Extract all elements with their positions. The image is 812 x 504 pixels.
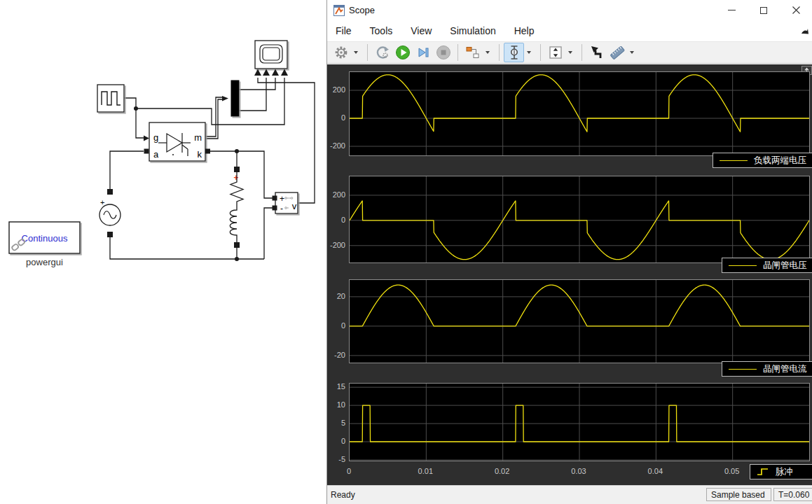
y-tick-label: -20 <box>327 351 345 359</box>
rlc-top-port[interactable] <box>234 167 240 172</box>
settings-gear-button[interactable] <box>331 43 351 62</box>
toolbar-separator <box>499 44 500 61</box>
wire-demux-out1-to-scope3 <box>239 78 275 90</box>
voltage-measurement-block[interactable]: + - v <box>273 192 298 214</box>
x-tick-label: 0 <box>336 467 362 475</box>
close-icon <box>792 6 800 14</box>
wire-source-to-anode <box>110 151 144 189</box>
minimize-button[interactable] <box>715 0 748 20</box>
rlc-polarity-plus: + <box>233 173 238 183</box>
desktop: { "window": { "title": "Scope", "menu": … <box>0 0 812 504</box>
powergui-block[interactable]: Continuous powergui <box>9 222 80 267</box>
y-tick-label: 0 <box>327 113 345 122</box>
measurements-ruler-dropdown-arrow[interactable] <box>630 51 634 54</box>
span-axes-button[interactable] <box>545 43 565 62</box>
port-label-k: k <box>198 149 202 160</box>
legend-load-voltage[interactable]: 负载两端电压 <box>713 153 812 168</box>
x-tick-label: 0.04 <box>642 467 668 475</box>
trigger-button[interactable] <box>504 43 524 62</box>
y-tick-label: 200 <box>327 190 345 199</box>
legend-line-sample <box>729 369 757 370</box>
menu-simulation[interactable]: Simulation <box>450 25 495 36</box>
stop-button[interactable] <box>433 43 453 62</box>
maximize-button[interactable] <box>748 0 780 20</box>
anode-port[interactable] <box>144 149 149 154</box>
scope-plot-gate-pulse <box>349 383 810 461</box>
y-tick-label: 200 <box>327 85 345 94</box>
scope-display-area: 2000-200负载两端电压2000-200晶闸管电压200-20晶闸管电流15… <box>327 64 812 486</box>
scope-plot-load-voltage <box>349 71 810 156</box>
signal-wires <box>110 78 315 259</box>
scope-input-ports[interactable] <box>254 69 288 76</box>
y-tick-label: -200 <box>327 241 345 249</box>
y-tick-label: -5 <box>327 455 345 463</box>
menu-help[interactable]: Help <box>514 25 535 36</box>
series-rlc-branch-block[interactable]: + <box>230 167 243 248</box>
demux-block[interactable] <box>231 80 239 116</box>
legend-thyristor-current[interactable]: 晶闸管电流 <box>722 361 812 377</box>
legend-gate-pulse[interactable]: 脉冲 <box>750 464 812 479</box>
window-title: Scope <box>349 5 375 15</box>
y-tick-label: 10 <box>327 400 345 409</box>
legend-label: 晶闸管电流 <box>763 363 807 375</box>
span-axes-dropdown-arrow[interactable] <box>568 51 572 54</box>
simulation-config-dropdown-arrow[interactable] <box>486 51 490 54</box>
powergui-name-label: powergui <box>26 257 63 267</box>
status-sample-mode: Sample based <box>706 488 771 501</box>
step-forward-button[interactable] <box>413 43 433 62</box>
ac-voltage-source-block[interactable]: + <box>99 189 121 237</box>
vm-minus-port[interactable] <box>273 206 277 211</box>
y-tick-label: 20 <box>327 292 345 300</box>
menu-view[interactable]: View <box>411 25 432 36</box>
y-tick-label: 0 <box>327 437 345 445</box>
signal-arrow-button[interactable] <box>586 43 607 62</box>
port-label-a: a <box>153 149 159 160</box>
source-bottom-port[interactable] <box>107 232 113 237</box>
title-bar[interactable]: Scope <box>327 0 812 20</box>
source-plus-sign: + <box>100 198 104 206</box>
simulation-config-button[interactable] <box>462 43 483 62</box>
legend-thyristor-voltage[interactable]: 晶闸管电压 <box>722 258 812 273</box>
cathode-port[interactable] <box>205 149 210 154</box>
wire-cathode-to-vm-plus <box>210 151 273 198</box>
port-label-m: m <box>194 132 202 143</box>
toolbar-separator <box>540 44 541 61</box>
toolbar-separator <box>457 44 458 61</box>
scope-block[interactable] <box>254 41 288 76</box>
legend-line-sample <box>720 160 748 161</box>
wire-bottom-rail <box>110 237 264 259</box>
y-tick-label: 0 <box>327 216 345 224</box>
scope-window: Scope FileToolsViewSimulationHelp 2000-2… <box>326 0 812 504</box>
wire-pulse-to-scope4 <box>136 78 284 125</box>
thyristor-block[interactable]: g a m k <box>144 122 211 161</box>
dock-arrow-icon[interactable] <box>801 26 809 37</box>
legend-line-sample <box>729 265 757 266</box>
source-top-port[interactable] <box>107 189 113 195</box>
legend-label: 晶闸管电压 <box>763 260 807 272</box>
measurements-ruler-button[interactable] <box>607 43 627 62</box>
menu-tools[interactable]: Tools <box>370 25 393 36</box>
step-back-button[interactable] <box>372 43 392 62</box>
y-tick-label: 0 <box>327 321 345 330</box>
pulse-generator-block[interactable] <box>97 85 124 112</box>
menu-file[interactable]: File <box>336 25 352 36</box>
vm-v-label: v <box>292 201 297 211</box>
status-bar: Ready Sample based T=0.060 <box>327 485 812 504</box>
scope-window-icon <box>333 5 345 16</box>
vm-plus-label: + <box>280 194 284 204</box>
legend-step-sample <box>757 467 771 477</box>
settings-gear-dropdown-arrow[interactable] <box>354 51 358 54</box>
rlc-bottom-port[interactable] <box>234 242 240 248</box>
legend-label: 负载两端电压 <box>754 155 806 167</box>
trigger-dropdown-arrow[interactable] <box>527 51 531 54</box>
x-tick-label: 0.03 <box>566 467 591 475</box>
vm-plus-port[interactable] <box>273 196 277 201</box>
close-button[interactable] <box>780 0 812 20</box>
y-tick-label: 15 <box>327 382 345 391</box>
run-button[interactable] <box>392 43 413 62</box>
wire-thyristor-m-to-demux-2 <box>205 99 222 139</box>
toolbar-separator <box>367 44 368 61</box>
x-tick-label: 0.02 <box>490 467 515 475</box>
x-tick-label: 0.01 <box>413 467 438 475</box>
x-tick-label: 0.05 <box>720 467 745 475</box>
